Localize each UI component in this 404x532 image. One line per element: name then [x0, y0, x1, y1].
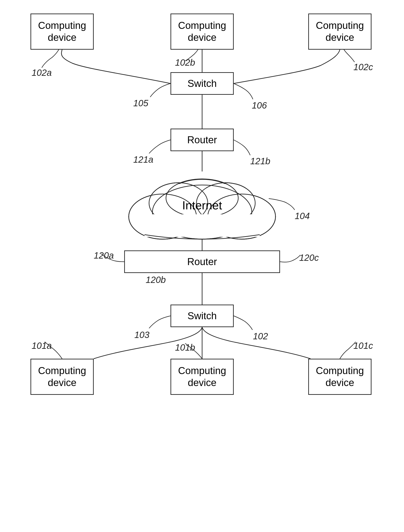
svg-rect-24: [144, 214, 260, 237]
label-101a: 101a: [32, 341, 52, 351]
label-101b: 101b: [175, 342, 195, 353]
computing-device-top-left: Computingdevice: [31, 13, 94, 50]
computing-device-bot-right: Computingdevice: [308, 359, 371, 395]
switch-top: Switch: [170, 72, 234, 95]
label-105: 105: [133, 98, 148, 108]
label-102c: 102c: [353, 62, 373, 72]
router-top: Router: [170, 129, 234, 151]
label-120b: 120b: [146, 275, 166, 285]
switch-bottom: Switch: [170, 304, 234, 327]
label-102a: 102a: [32, 68, 52, 78]
label-102-right: 102: [253, 331, 268, 341]
computing-device-bot-center: Computingdevice: [170, 359, 234, 395]
label-101c: 101c: [353, 341, 373, 351]
label-103: 103: [134, 330, 150, 340]
label-106: 106: [252, 100, 267, 111]
internet-label: Internet: [169, 199, 235, 212]
label-121b: 121b: [250, 156, 270, 166]
computing-device-top-right: Computingdevice: [308, 13, 371, 50]
computing-device-bot-left: Computingdevice: [31, 359, 94, 395]
label-102b: 102b: [175, 57, 195, 68]
label-121a: 121a: [133, 155, 153, 165]
label-104: 104: [295, 211, 310, 221]
diagram-container: Computingdevice Computingdevice Computin…: [0, 0, 404, 532]
router-bottom: Router: [124, 250, 280, 273]
computing-device-top-center: Computingdevice: [170, 13, 234, 50]
label-120c: 120c: [299, 253, 319, 263]
label-120a: 120a: [94, 250, 114, 260]
